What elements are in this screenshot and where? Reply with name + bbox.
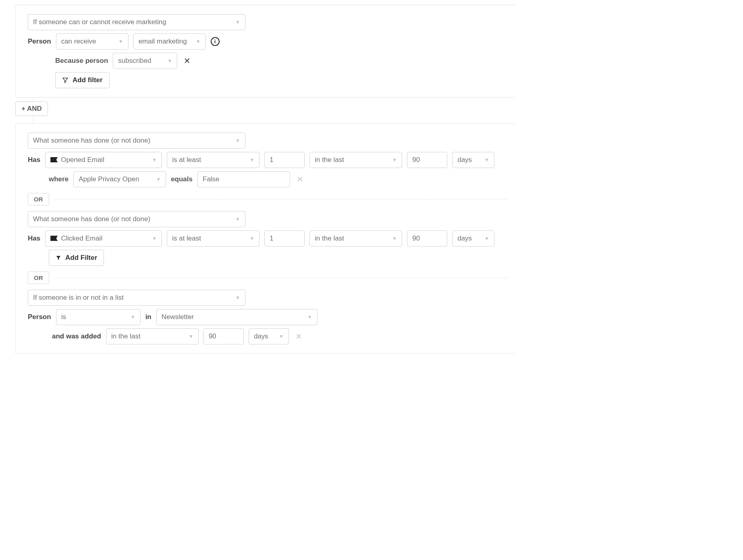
range-value-input[interactable]: 90 xyxy=(407,152,447,168)
condition-type-select[interactable]: What someone has done (or not done) ▼ xyxy=(28,133,245,149)
added-label: and was added xyxy=(52,332,101,340)
or-separator: OR xyxy=(28,272,508,284)
remove-icon[interactable]: ✕ xyxy=(295,174,305,184)
chevron-down-icon: ▼ xyxy=(196,39,201,44)
or-button[interactable]: OR xyxy=(28,193,49,205)
where-label: where xyxy=(49,175,68,183)
can-receive-select[interactable]: can receive ▼ xyxy=(56,33,129,50)
has-label: Has xyxy=(28,156,40,164)
property-select[interactable]: Apple Privacy Open ▼ xyxy=(73,171,166,187)
chevron-down-icon: ▼ xyxy=(189,334,193,339)
chevron-down-icon: ▼ xyxy=(484,157,489,163)
info-icon[interactable]: i xyxy=(211,37,220,46)
condition-type-select[interactable]: If someone can or cannot receive marketi… xyxy=(28,14,245,30)
chevron-down-icon: ▼ xyxy=(392,236,397,241)
filter-icon xyxy=(62,77,68,83)
add-filter-button[interactable]: Add Filter xyxy=(49,250,104,266)
chevron-down-icon: ▼ xyxy=(131,314,135,320)
remove-icon[interactable]: ✕ xyxy=(182,56,192,66)
condition-card-marketing: If someone can or cannot receive marketi… xyxy=(15,5,516,97)
metric-select[interactable]: Clicked Email ▼ xyxy=(45,230,162,247)
chevron-down-icon: ▼ xyxy=(484,236,489,241)
count-input[interactable]: 1 xyxy=(264,152,305,168)
operator-select[interactable]: is at least ▼ xyxy=(167,230,259,247)
unit-select[interactable]: days ▼ xyxy=(452,230,494,247)
remove-icon[interactable]: ✕ xyxy=(294,332,304,341)
unit-select[interactable]: days ▼ xyxy=(452,152,494,168)
chevron-down-icon: ▼ xyxy=(235,138,240,143)
count-input[interactable]: 1 xyxy=(264,230,305,247)
add-filter-button[interactable]: Add filter xyxy=(55,72,110,88)
metric-select[interactable]: Opened Email ▼ xyxy=(45,152,162,168)
condition-card-activity: What someone has done (or not done) ▼ Ha… xyxy=(15,123,516,354)
and-connector: + AND xyxy=(15,97,516,123)
person-label: Person xyxy=(28,313,51,321)
because-label: Because person xyxy=(55,57,108,65)
range-select[interactable]: in the last ▼ xyxy=(106,328,199,344)
chevron-down-icon: ▼ xyxy=(235,295,240,301)
chevron-down-icon: ▼ xyxy=(235,19,240,25)
range-select[interactable]: in the last ▼ xyxy=(309,152,402,168)
chevron-down-icon: ▼ xyxy=(152,236,157,241)
chevron-down-icon: ▼ xyxy=(249,236,254,241)
chevron-down-icon: ▼ xyxy=(152,157,157,163)
chevron-down-icon: ▼ xyxy=(392,157,397,163)
chevron-down-icon: ▼ xyxy=(156,176,161,182)
unit-select[interactable]: days ▼ xyxy=(249,328,289,344)
filter-icon xyxy=(56,255,61,261)
and-button[interactable]: + AND xyxy=(15,102,48,116)
range-value-input[interactable]: 90 xyxy=(203,328,244,344)
range-value-input[interactable]: 90 xyxy=(407,230,447,247)
flag-icon xyxy=(50,236,58,241)
because-select[interactable]: subscribed ▼ xyxy=(113,53,177,69)
channel-select[interactable]: email marketing ▼ xyxy=(133,33,206,50)
person-label: Person xyxy=(28,37,51,46)
condition-type-label: If someone can or cannot receive marketi… xyxy=(33,18,166,26)
chevron-down-icon: ▼ xyxy=(249,157,254,163)
chevron-down-icon: ▼ xyxy=(307,314,312,320)
chevron-down-icon: ▼ xyxy=(167,58,172,64)
chevron-down-icon: ▼ xyxy=(118,39,123,44)
or-button[interactable]: OR xyxy=(28,272,49,284)
is-select[interactable]: is ▼ xyxy=(56,309,141,325)
has-label: Has xyxy=(28,234,40,243)
condition-type-select[interactable]: What someone has done (or not done) ▼ xyxy=(28,211,245,227)
flag-icon xyxy=(50,157,58,162)
chevron-down-icon: ▼ xyxy=(235,216,240,222)
condition-type-select[interactable]: If someone is in or not in a list ▼ xyxy=(28,290,245,306)
in-label: in xyxy=(145,313,152,321)
chevron-down-icon: ▼ xyxy=(279,334,284,339)
list-select[interactable]: Newsletter ▼ xyxy=(156,309,318,325)
operator-select[interactable]: is at least ▼ xyxy=(167,152,259,168)
property-value-input[interactable]: False xyxy=(197,171,290,187)
equals-label: equals xyxy=(171,175,193,183)
range-select[interactable]: in the last ▼ xyxy=(309,230,402,247)
or-separator: OR xyxy=(28,193,508,205)
